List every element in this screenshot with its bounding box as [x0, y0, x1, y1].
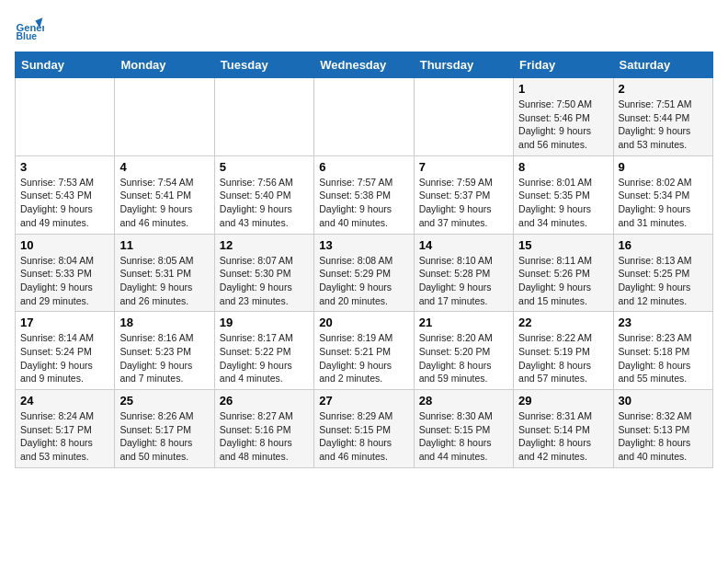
- day-number: 22: [518, 316, 608, 329]
- day-number: 18: [119, 316, 209, 329]
- logo-icon: General Blue: [15, 15, 44, 44]
- day-cell: 16Sunrise: 8:13 AM Sunset: 5:25 PM Dayli…: [613, 234, 712, 312]
- day-info: Sunrise: 8:20 AM Sunset: 5:20 PM Dayligh…: [419, 331, 508, 385]
- day-cell: 19Sunrise: 8:17 AM Sunset: 5:22 PM Dayli…: [214, 312, 313, 390]
- day-info: Sunrise: 8:31 AM Sunset: 5:14 PM Dayligh…: [518, 409, 608, 464]
- page-header: General Blue: [15, 15, 713, 44]
- day-number: 1: [518, 82, 608, 96]
- day-cell: 17Sunrise: 8:14 AM Sunset: 5:24 PM Dayli…: [16, 312, 115, 390]
- day-number: 29: [518, 394, 608, 408]
- day-info: Sunrise: 7:53 AM Sunset: 5:43 PM Dayligh…: [20, 176, 109, 230]
- day-info: Sunrise: 8:19 AM Sunset: 5:21 PM Dayligh…: [319, 331, 408, 385]
- day-cell: [314, 78, 414, 156]
- day-info: Sunrise: 8:08 AM Sunset: 5:29 PM Dayligh…: [319, 254, 408, 308]
- day-number: 8: [518, 160, 608, 174]
- calendar-table: SundayMondayTuesdayWednesdayThursdayFrid…: [15, 52, 713, 468]
- day-cell: 13Sunrise: 8:08 AM Sunset: 5:29 PM Dayli…: [314, 234, 414, 312]
- day-number: 28: [419, 394, 508, 408]
- calendar-header: SundayMondayTuesdayWednesdayThursdayFrid…: [16, 52, 713, 78]
- day-cell: 24Sunrise: 8:24 AM Sunset: 5:17 PM Dayli…: [16, 390, 115, 468]
- day-number: 21: [419, 316, 508, 329]
- day-cell: 26Sunrise: 8:27 AM Sunset: 5:16 PM Dayli…: [214, 390, 313, 468]
- day-info: Sunrise: 8:17 AM Sunset: 5:22 PM Dayligh…: [220, 331, 309, 385]
- day-number: 27: [319, 394, 408, 408]
- day-number: 4: [119, 160, 209, 174]
- day-number: 15: [518, 238, 608, 252]
- day-cell: 29Sunrise: 8:31 AM Sunset: 5:14 PM Dayli…: [514, 390, 613, 468]
- svg-text:Blue: Blue: [17, 31, 38, 41]
- day-cell: 28Sunrise: 8:30 AM Sunset: 5:15 PM Dayli…: [414, 390, 513, 468]
- day-cell: 5Sunrise: 7:56 AM Sunset: 5:40 PM Daylig…: [214, 155, 313, 234]
- day-cell: 7Sunrise: 7:59 AM Sunset: 5:37 PM Daylig…: [414, 155, 513, 234]
- day-info: Sunrise: 8:02 AM Sunset: 5:34 PM Dayligh…: [619, 176, 708, 230]
- header-friday: Friday: [514, 52, 613, 78]
- day-cell: 10Sunrise: 8:04 AM Sunset: 5:33 PM Dayli…: [16, 234, 115, 312]
- calendar-body: 1Sunrise: 7:50 AM Sunset: 5:46 PM Daylig…: [16, 78, 713, 468]
- day-info: Sunrise: 8:01 AM Sunset: 5:35 PM Dayligh…: [518, 176, 608, 230]
- day-cell: 1Sunrise: 7:50 AM Sunset: 5:46 PM Daylig…: [514, 78, 613, 156]
- header-tuesday: Tuesday: [214, 52, 313, 78]
- logo: General Blue: [15, 15, 48, 44]
- day-info: Sunrise: 8:32 AM Sunset: 5:13 PM Dayligh…: [619, 409, 708, 464]
- day-number: 14: [419, 238, 508, 252]
- day-number: 24: [20, 394, 109, 408]
- day-info: Sunrise: 8:13 AM Sunset: 5:25 PM Dayligh…: [619, 254, 708, 308]
- week-row-1: 3Sunrise: 7:53 AM Sunset: 5:43 PM Daylig…: [16, 155, 713, 234]
- day-cell: 4Sunrise: 7:54 AM Sunset: 5:41 PM Daylig…: [115, 155, 214, 234]
- day-info: Sunrise: 8:04 AM Sunset: 5:33 PM Dayligh…: [20, 254, 109, 308]
- day-info: Sunrise: 8:26 AM Sunset: 5:17 PM Dayligh…: [119, 409, 209, 464]
- day-cell: 2Sunrise: 7:51 AM Sunset: 5:44 PM Daylig…: [613, 78, 712, 156]
- day-number: 25: [119, 394, 209, 408]
- day-cell: 21Sunrise: 8:20 AM Sunset: 5:20 PM Dayli…: [414, 312, 513, 390]
- day-info: Sunrise: 8:30 AM Sunset: 5:15 PM Dayligh…: [419, 409, 508, 464]
- day-info: Sunrise: 7:56 AM Sunset: 5:40 PM Dayligh…: [220, 176, 309, 230]
- day-cell: 27Sunrise: 8:29 AM Sunset: 5:15 PM Dayli…: [314, 390, 414, 468]
- day-number: 26: [220, 394, 309, 408]
- week-row-3: 17Sunrise: 8:14 AM Sunset: 5:24 PM Dayli…: [16, 312, 713, 390]
- day-cell: 9Sunrise: 8:02 AM Sunset: 5:34 PM Daylig…: [613, 155, 712, 234]
- day-number: 17: [20, 316, 109, 329]
- day-cell: 3Sunrise: 7:53 AM Sunset: 5:43 PM Daylig…: [16, 155, 115, 234]
- day-number: 7: [419, 160, 508, 174]
- day-info: Sunrise: 8:23 AM Sunset: 5:18 PM Dayligh…: [619, 331, 708, 385]
- day-cell: [16, 78, 115, 156]
- day-number: 10: [20, 238, 109, 252]
- day-number: 11: [119, 238, 209, 252]
- day-cell: 14Sunrise: 8:10 AM Sunset: 5:28 PM Dayli…: [414, 234, 513, 312]
- day-number: 6: [319, 160, 408, 174]
- day-info: Sunrise: 8:10 AM Sunset: 5:28 PM Dayligh…: [419, 254, 508, 308]
- day-cell: 25Sunrise: 8:26 AM Sunset: 5:17 PM Dayli…: [115, 390, 214, 468]
- day-number: 16: [619, 238, 708, 252]
- day-cell: [115, 78, 214, 156]
- week-row-4: 24Sunrise: 8:24 AM Sunset: 5:17 PM Dayli…: [16, 390, 713, 468]
- day-number: 9: [619, 160, 708, 174]
- day-info: Sunrise: 8:07 AM Sunset: 5:30 PM Dayligh…: [220, 254, 309, 308]
- day-cell: 8Sunrise: 8:01 AM Sunset: 5:35 PM Daylig…: [514, 155, 613, 234]
- day-info: Sunrise: 8:29 AM Sunset: 5:15 PM Dayligh…: [319, 409, 408, 464]
- header-saturday: Saturday: [613, 52, 712, 78]
- day-number: 13: [319, 238, 408, 252]
- day-cell: 15Sunrise: 8:11 AM Sunset: 5:26 PM Dayli…: [514, 234, 613, 312]
- day-info: Sunrise: 8:24 AM Sunset: 5:17 PM Dayligh…: [20, 409, 109, 464]
- day-info: Sunrise: 7:51 AM Sunset: 5:44 PM Dayligh…: [619, 98, 708, 152]
- week-row-2: 10Sunrise: 8:04 AM Sunset: 5:33 PM Dayli…: [16, 234, 713, 312]
- day-number: 20: [319, 316, 408, 329]
- day-cell: 6Sunrise: 7:57 AM Sunset: 5:38 PM Daylig…: [314, 155, 414, 234]
- day-cell: [214, 78, 313, 156]
- day-info: Sunrise: 8:11 AM Sunset: 5:26 PM Dayligh…: [518, 254, 608, 308]
- day-number: 5: [220, 160, 309, 174]
- day-info: Sunrise: 7:54 AM Sunset: 5:41 PM Dayligh…: [119, 176, 209, 230]
- day-info: Sunrise: 8:22 AM Sunset: 5:19 PM Dayligh…: [518, 331, 608, 385]
- header-sunday: Sunday: [16, 52, 115, 78]
- day-info: Sunrise: 8:16 AM Sunset: 5:23 PM Dayligh…: [119, 331, 209, 385]
- week-row-0: 1Sunrise: 7:50 AM Sunset: 5:46 PM Daylig…: [16, 78, 713, 156]
- header-row: SundayMondayTuesdayWednesdayThursdayFrid…: [16, 52, 713, 78]
- header-monday: Monday: [115, 52, 214, 78]
- header-thursday: Thursday: [414, 52, 513, 78]
- day-number: 3: [20, 160, 109, 174]
- day-number: 30: [619, 394, 708, 408]
- header-wednesday: Wednesday: [314, 52, 414, 78]
- day-cell: 22Sunrise: 8:22 AM Sunset: 5:19 PM Dayli…: [514, 312, 613, 390]
- day-cell: 11Sunrise: 8:05 AM Sunset: 5:31 PM Dayli…: [115, 234, 214, 312]
- day-cell: 20Sunrise: 8:19 AM Sunset: 5:21 PM Dayli…: [314, 312, 414, 390]
